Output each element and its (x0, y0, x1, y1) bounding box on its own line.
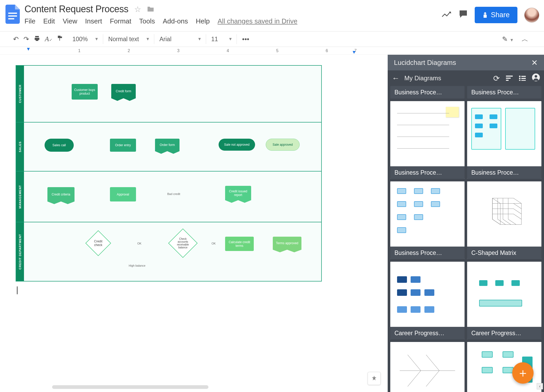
svg-rect-0 (8, 13, 17, 14)
svg-line-15 (408, 355, 421, 371)
diagram-card[interactable]: Career Progress… (390, 262, 465, 339)
node-order-form: Order form (155, 139, 180, 151)
share-button[interactable]: Share (475, 7, 517, 23)
font-select[interactable]: Arial▼ (159, 36, 202, 43)
diagram-card[interactable]: Business Proce… (390, 86, 465, 99)
collapse-toolbar-icon[interactable]: ︿ (522, 35, 528, 44)
lane-credit: CREDIT DEPARTMENT (16, 222, 24, 281)
horizontal-scrollbar[interactable] (52, 385, 208, 389)
menu-file[interactable]: File (24, 17, 35, 25)
sort-icon[interactable] (506, 74, 513, 83)
diagram-grid: Business Proce… Business Proce… Business… (388, 86, 544, 392)
fontsize-select[interactable]: 11▼ (211, 36, 232, 43)
document-title[interactable]: Content Request Process (24, 4, 128, 15)
svg-rect-9 (521, 78, 526, 79)
ruler[interactable]: ▼ 1 2 3 4 5 6 7 ▼ (0, 47, 544, 55)
comments-icon[interactable] (459, 9, 468, 21)
indent-right-marker[interactable]: ▼ (352, 50, 356, 55)
menu-bar: File Edit View Insert Format Tools Add-o… (24, 17, 441, 25)
node-credit-check: Credit check (85, 230, 111, 256)
lucidchart-sidebar: Lucidchart Diagrams ✕ ← My Diagrams ⟳ Bu… (388, 55, 544, 392)
menu-help[interactable]: Help (196, 17, 210, 25)
refresh-icon[interactable]: ⟳ (493, 74, 500, 83)
svg-line-17 (408, 371, 421, 387)
text-cursor (17, 286, 17, 294)
docs-logo-icon[interactable] (5, 4, 20, 24)
node-order-entry: Order entry (110, 139, 136, 152)
lane-sales: SALES (16, 123, 24, 171)
svg-rect-4 (506, 78, 511, 79)
indent-left-marker[interactable]: ▼ (26, 46, 31, 52)
zoom-select[interactable]: 100%▼ (72, 36, 99, 43)
main-area: CUSTOMER Customer buys product Credit fo… (0, 55, 544, 392)
menu-view[interactable]: View (63, 17, 77, 25)
node-approval: Approval (110, 187, 136, 201)
node-sale-not-approved: Sale not approved (219, 139, 255, 151)
menu-insert[interactable]: Insert (85, 17, 102, 25)
node-customer-buys: Customer buys product (72, 84, 98, 100)
folder-icon[interactable] (147, 6, 154, 12)
list-icon[interactable] (519, 74, 526, 83)
user-avatar[interactable] (524, 8, 539, 23)
node-calculate-terms: Calculate credit terms (225, 237, 254, 251)
svg-rect-11 (521, 80, 526, 81)
diagram-card[interactable]: Business Proce… (390, 101, 465, 179)
svg-point-6 (519, 76, 521, 77)
menu-addons[interactable]: Add-ons (163, 17, 188, 25)
node-sale-approved: Sale approved (266, 139, 300, 151)
svg-line-18 (426, 371, 439, 387)
sidebar-title: Lucidchart Diagrams (394, 59, 456, 67)
back-icon[interactable]: ← (392, 74, 400, 83)
svg-rect-7 (521, 76, 526, 77)
toolbar: ↶ ↷ A✓ 100%▼ Normal text▼ Arial▼ 11▼ •••… (0, 31, 544, 47)
save-status[interactable]: All changes saved in Drive (218, 17, 297, 25)
share-label: Share (491, 11, 510, 19)
edit-mode-icon[interactable]: ✎ ▼ (502, 35, 514, 43)
svg-rect-2 (8, 18, 14, 19)
node-credit-criteria: Credit criteria (47, 187, 75, 201)
edge-ok2: OK (212, 242, 216, 245)
account-icon[interactable] (532, 74, 540, 83)
paint-format-icon[interactable] (57, 35, 63, 43)
add-diagram-button[interactable]: ＋ (512, 362, 534, 384)
title-bar: Content Request Process ☆ File Edit View… (0, 0, 544, 31)
undo-icon[interactable]: ↶ (13, 35, 19, 43)
node-check-balance: Check accounts receivable balance (168, 228, 197, 258)
menu-format[interactable]: Format (110, 17, 131, 25)
style-select[interactable]: Normal text▼ (108, 36, 150, 43)
diagram-card[interactable]: Business Proce… (390, 181, 465, 259)
edge-high-balance: High balance (129, 264, 145, 267)
print-icon[interactable] (34, 35, 40, 43)
document-canvas[interactable]: CUSTOMER Customer buys product Credit fo… (0, 55, 388, 392)
edge-bad-credit: Bad credit (167, 192, 180, 195)
explore-button[interactable] (368, 372, 381, 385)
diagram-card[interactable] (390, 342, 465, 392)
sidebar-breadcrumb[interactable]: My Diagrams (404, 75, 441, 82)
sidebar-header: Lucidchart Diagrams ✕ (388, 55, 544, 70)
svg-rect-1 (8, 15, 17, 17)
diagram-card[interactable]: Business Proce… (467, 86, 541, 99)
more-icon[interactable]: ••• (242, 35, 249, 43)
lane-customer: CUSTOMER (16, 66, 24, 122)
svg-point-13 (535, 75, 537, 78)
svg-point-8 (519, 78, 521, 79)
diagram-card[interactable]: Business Proce… (467, 101, 541, 179)
node-terms-approved: Terms approved (273, 237, 301, 250)
svg-rect-3 (506, 76, 513, 77)
star-icon[interactable]: ☆ (134, 5, 141, 14)
flowchart-diagram[interactable]: CUSTOMER Customer buys product Credit fo… (16, 65, 322, 281)
expand-sidebar-icon[interactable]: ‹ (537, 383, 543, 389)
svg-rect-5 (506, 80, 509, 81)
svg-line-16 (426, 355, 439, 371)
diagram-card[interactable]: C-Shaped Matrix (467, 181, 541, 259)
svg-point-10 (519, 80, 521, 81)
menu-edit[interactable]: Edit (43, 17, 55, 25)
node-sales-call: Sales call (45, 139, 74, 152)
activity-icon[interactable] (441, 10, 452, 20)
menu-tools[interactable]: Tools (139, 17, 155, 25)
redo-icon[interactable]: ↷ (23, 35, 29, 43)
close-icon[interactable]: ✕ (531, 58, 538, 67)
diagram-card[interactable]: Career Progress… (467, 262, 541, 339)
spellcheck-icon[interactable]: A✓ (45, 35, 52, 43)
lane-management: MANAGEMENT (16, 172, 24, 222)
